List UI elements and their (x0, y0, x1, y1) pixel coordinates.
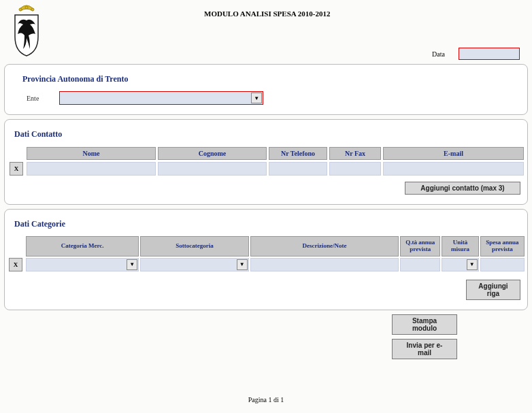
col-fax: Nr Fax (329, 147, 381, 160)
col-telefono: Nr Telefono (269, 147, 327, 160)
date-label: Data (432, 50, 445, 58)
col-unita: Unità misura (442, 236, 479, 257)
categorie-panel: Dati Categorie Categoria Merc. Sottocate… (4, 209, 528, 310)
col-cognome: Cognome (158, 147, 267, 160)
print-button[interactable]: Stampa modulo (392, 314, 457, 335)
section-title-contatto: Dati Contatto (14, 129, 523, 139)
col-email: E-mail (383, 147, 524, 160)
page-number: Pagina 1 di 1 (0, 396, 532, 403)
fax-input[interactable] (329, 162, 381, 176)
col-sottocategoria: Sottocategoria (140, 236, 249, 257)
nome-input[interactable] (27, 162, 156, 176)
categoria-select[interactable]: ▼ (26, 258, 139, 271)
ente-select[interactable]: ▼ (59, 91, 263, 105)
col-spesa: Spesa annua prevista (480, 236, 525, 257)
ente-panel: Provincia Autonoma di Trento Ente ▼ (4, 64, 528, 115)
unita-select[interactable]: ▼ (442, 258, 479, 271)
chevron-down-icon: ▼ (237, 259, 248, 270)
add-contact-button[interactable]: Aggiungi contatto (max 3) (405, 182, 520, 195)
col-nome: Nome (27, 147, 156, 160)
descrizione-input[interactable] (250, 258, 399, 271)
telefono-input[interactable] (269, 162, 327, 176)
add-row-button[interactable]: Aggiungi riga (466, 280, 520, 300)
col-qta: Q.tà annua prevista (400, 236, 440, 257)
sottocategoria-select[interactable]: ▼ (140, 258, 249, 271)
logo-crest (8, 4, 45, 59)
send-email-button[interactable]: Invia per e-mail (392, 339, 457, 359)
ente-label: Ente (27, 95, 39, 102)
table-row: X (10, 162, 524, 176)
spesa-input[interactable] (480, 258, 525, 271)
qta-input[interactable] (400, 258, 440, 271)
chevron-down-icon: ▼ (467, 259, 478, 270)
svg-point-2 (31, 8, 34, 11)
cognome-input[interactable] (158, 162, 267, 176)
chevron-down-icon: ▼ (127, 259, 137, 270)
delete-row-button[interactable]: X (9, 258, 22, 271)
section-title-provincia: Provincia Autonoma di Trento (22, 74, 519, 84)
svg-point-0 (19, 8, 22, 11)
page-title: MODULO ANALISI SPESA 2010-2012 (204, 10, 331, 18)
contatto-panel: Dati Contatto Nome Cognome Nr Telefono N… (4, 119, 528, 205)
section-title-categorie: Dati Categorie (14, 219, 523, 229)
table-row: X ▼ ▼ ▼ (9, 258, 525, 271)
date-input[interactable] (459, 48, 520, 60)
delete-row-button[interactable]: X (10, 162, 23, 176)
col-categoria: Categoria Merc. (26, 236, 139, 257)
svg-point-1 (25, 6, 28, 9)
chevron-down-icon: ▼ (251, 93, 262, 103)
email-input[interactable] (383, 162, 524, 176)
col-descrizione: Descrizione/Note (250, 236, 399, 257)
